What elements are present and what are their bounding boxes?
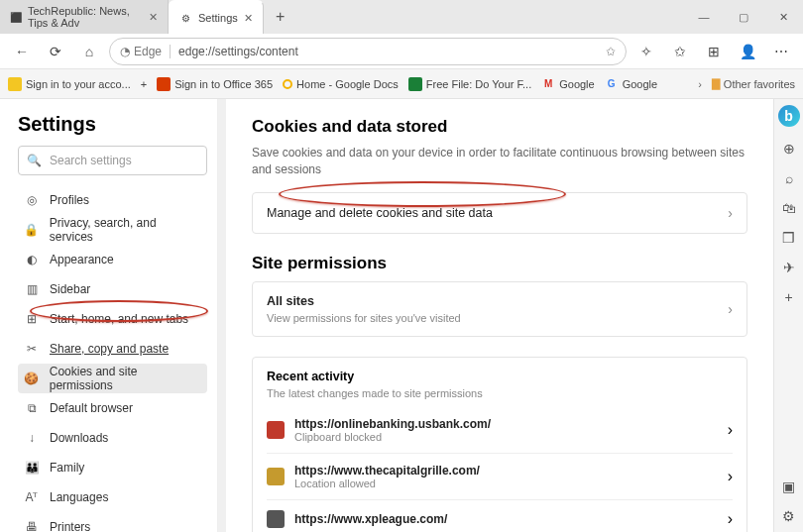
bookmark-item[interactable]: MGoogle: [541, 77, 594, 91]
content-area: Settings 🔍 Search settings ◎Profiles🔒Pri…: [0, 99, 803, 532]
recent-activity-sub: The latest changes made to site permissi…: [267, 387, 733, 399]
refresh-button[interactable]: ⟳: [42, 38, 69, 65]
favicon: M: [541, 77, 555, 91]
edge-prefix: ◔ Edge: [120, 45, 171, 58]
sidebar-item-sidebar[interactable]: ▥Sidebar: [18, 274, 207, 304]
bookmark-item[interactable]: Sign in to Office 365: [157, 77, 273, 91]
search-settings-input[interactable]: 🔍 Search settings: [18, 146, 207, 175]
cookies-description: Save cookies and data on your device in …: [252, 145, 747, 178]
gear-icon: ⚙: [178, 11, 192, 25]
sidebar-item-default-browser[interactable]: ⧉Default browser: [18, 393, 207, 423]
settings-main: Cookies and data stored Save cookies and…: [226, 99, 773, 532]
sidebar-item-privacy-search-and-services[interactable]: 🔒Privacy, search, and services: [18, 215, 207, 245]
toolbar: ← ⟳ ⌂ ◔ Edge edge://settings/content ✩ ✧…: [0, 34, 803, 69]
bing-icon[interactable]: b: [778, 105, 800, 127]
favicon: [283, 79, 292, 89]
search-placeholder: Search settings: [50, 154, 132, 167]
favorite-star-icon[interactable]: ✩: [606, 45, 616, 58]
sidebar-toggle-icon[interactable]: ▣: [782, 479, 795, 494]
nav-label: Cookies and site permissions: [50, 365, 201, 392]
bookmark-item[interactable]: +: [141, 78, 147, 90]
tab-label: TechRepublic: News, Tips & Adv: [28, 5, 143, 29]
title-bar: ⬛ TechRepublic: News, Tips & Adv ✕ ⚙ Set…: [0, 0, 803, 34]
minimize-button[interactable]: —: [684, 0, 724, 34]
bookmark-label: Home - Google Docs: [296, 78, 399, 90]
favicon: [157, 77, 171, 91]
sidebar-item-share-copy-and-paste[interactable]: ✂Share, copy and paste: [18, 334, 207, 364]
bookmark-label: +: [141, 78, 147, 90]
nav-label: Privacy, search, and services: [50, 216, 201, 244]
scrollbar[interactable]: [218, 99, 226, 532]
site-row[interactable]: https://www.thecapitalgrille.com/Locatio…: [267, 453, 733, 499]
site-row[interactable]: https://www.xpleague.com/›: [267, 499, 733, 532]
add-icon[interactable]: +: [784, 289, 792, 305]
recent-activity-label: Recent activity: [267, 370, 733, 383]
tab-label: Settings: [198, 12, 238, 24]
sidebar-item-start-home-and-new-tabs[interactable]: ⊞Start, home, and new tabs: [18, 304, 207, 334]
bookmark-item[interactable]: Free File: Do Your F...: [408, 77, 531, 91]
nav-label: Family: [50, 461, 84, 475]
new-tab-button[interactable]: +: [264, 0, 297, 34]
manage-cookies-card[interactable]: Manage and delete cookies and site data …: [252, 192, 747, 234]
all-sites-card[interactable]: All sites View permissions for sites you…: [252, 281, 747, 337]
bookmarks-overflow-button[interactable]: ›: [698, 78, 702, 90]
nav-icon: ⊞: [24, 312, 40, 326]
bookmark-item[interactable]: GGoogle: [605, 77, 657, 91]
sidebar-item-family[interactable]: 👪Family: [18, 453, 207, 482]
address-bar[interactable]: ◔ Edge edge://settings/content ✩: [109, 38, 627, 65]
close-window-button[interactable]: ✕: [763, 0, 803, 34]
profile-button[interactable]: 👤: [734, 38, 761, 65]
window-controls: — ▢ ✕: [684, 0, 803, 34]
bookmark-item[interactable]: Home - Google Docs: [283, 78, 399, 90]
nav-label: Sidebar: [50, 282, 90, 296]
cube-icon[interactable]: ❒: [782, 230, 795, 246]
other-favorites-button[interactable]: ▇ Other favorites: [712, 77, 795, 90]
tab-settings[interactable]: ⚙ Settings ✕: [169, 0, 264, 34]
sidebar-item-profiles[interactable]: ◎Profiles: [18, 185, 207, 215]
folder-icon: ▇: [712, 77, 720, 90]
settings-title: Settings: [18, 113, 207, 136]
site-sub: Location allowed: [294, 478, 480, 489]
sidebar-item-printers[interactable]: 🖶Printers: [18, 512, 207, 532]
site-row[interactable]: https://onlinebanking.usbank.com/Clipboa…: [267, 407, 733, 453]
close-icon[interactable]: ✕: [149, 11, 158, 24]
sidebar-item-downloads[interactable]: ↓Downloads: [18, 423, 207, 453]
sidebar-item-appearance[interactable]: ◐Appearance: [18, 245, 207, 274]
search-icon[interactable]: ⌕: [785, 170, 793, 186]
shopping-icon[interactable]: 🛍: [782, 200, 796, 216]
nav-label: Default browser: [50, 401, 133, 415]
home-button[interactable]: ⌂: [75, 38, 103, 65]
collections-button[interactable]: ⊞: [700, 38, 728, 65]
sidebar-item-languages[interactable]: AᵀLanguages: [18, 482, 207, 512]
nav-icon: 🖶: [24, 520, 40, 532]
send-icon[interactable]: ✈: [783, 260, 795, 275]
settings-sidebar: Settings 🔍 Search settings ◎Profiles🔒Pri…: [0, 99, 218, 532]
bookmark-label: Google: [559, 78, 594, 90]
close-icon[interactable]: ✕: [244, 12, 253, 25]
back-button[interactable]: ←: [8, 38, 36, 65]
nav-label: Appearance: [50, 253, 114, 266]
nav-label: Profiles: [50, 193, 89, 207]
maximize-button[interactable]: ▢: [724, 0, 763, 34]
extensions-button[interactable]: ✧: [632, 38, 660, 65]
nav-icon: 👪: [24, 461, 40, 475]
nav-icon: 🔒: [24, 223, 40, 237]
zoom-icon[interactable]: ⊕: [783, 141, 795, 157]
nav-icon: ↓: [24, 431, 40, 445]
url-text: edge://settings/content: [178, 45, 298, 58]
nav-label: Printers: [50, 520, 90, 532]
manage-cookies-label: Manage and delete cookies and site data: [267, 206, 493, 220]
favicon: G: [605, 77, 619, 91]
settings-gear-icon[interactable]: ⚙: [782, 508, 795, 524]
chevron-right-icon: ›: [728, 301, 733, 317]
sidebar-item-cookies-and-site-permissions[interactable]: 🍪Cookies and site permissions: [18, 364, 207, 393]
nav-label: Languages: [50, 490, 108, 504]
tab-techrepublic[interactable]: ⬛ TechRepublic: News, Tips & Adv ✕: [0, 0, 169, 34]
settings-nav-list: ◎Profiles🔒Privacy, search, and services◐…: [18, 185, 207, 532]
more-button[interactable]: ⋯: [767, 38, 795, 65]
site-url: https://www.xpleague.com/: [294, 512, 447, 526]
favorites-button[interactable]: ✩: [666, 38, 694, 65]
bookmark-item[interactable]: Sign in to your acco...: [8, 77, 131, 91]
site-url: https://www.thecapitalgrille.com/: [294, 464, 480, 478]
other-favorites-label: Other favorites: [724, 78, 795, 90]
